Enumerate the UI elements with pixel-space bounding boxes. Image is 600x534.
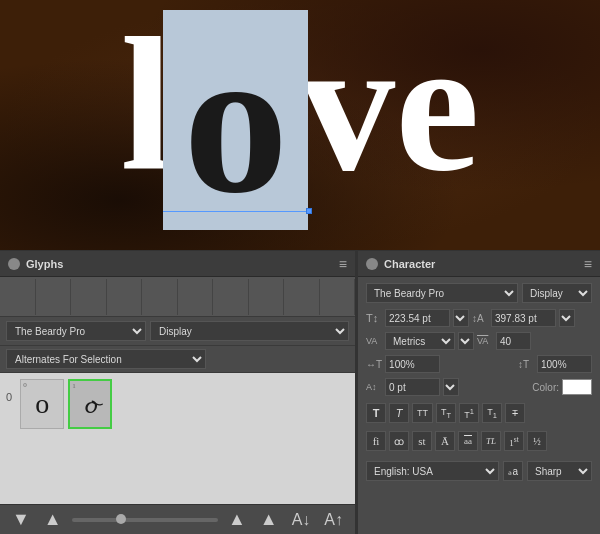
glyph-grid xyxy=(0,277,355,317)
character-panel: Character ≡ The Beardy Pro Display T↕ ▼ … xyxy=(357,250,600,534)
glyph-item-o-alternate[interactable]: 1 𝓸 xyxy=(68,379,112,429)
char-font-row: The Beardy Pro Display xyxy=(366,283,592,303)
canvas-area: l o ve xyxy=(0,0,600,250)
glyph-item-o-regular[interactable]: 0 o xyxy=(20,379,64,429)
tracking-icon: VA xyxy=(366,336,382,346)
liga-fi-button[interactable]: fi xyxy=(366,431,386,451)
glyphs-show-select[interactable]: Alternates For Selection xyxy=(6,349,206,369)
aa-button[interactable]: ₐa xyxy=(503,461,523,481)
character-close-button[interactable] xyxy=(366,258,378,270)
char-size-row: T↕ ▼ ↕A ▼ xyxy=(366,309,592,327)
glyphs-titlebar: Glyphs ≡ xyxy=(0,251,355,277)
selection-line xyxy=(163,211,312,212)
letter-o: o xyxy=(183,15,288,225)
glyphs-style-select[interactable]: Display xyxy=(150,321,349,341)
char-tracking-row: VA Metrics ▼ VA xyxy=(366,332,592,350)
glyphs-panel-title: Glyphs xyxy=(26,258,63,270)
hscale-icon: ↔T xyxy=(366,359,382,370)
glyph-zoom-out-button[interactable]: ▼ xyxy=(8,509,34,530)
char-scale-row: ↔T ↕T xyxy=(366,355,592,373)
type-superscript-button[interactable]: T1 xyxy=(459,403,479,423)
liga-frac-button[interactable]: ½ xyxy=(527,431,547,451)
character-panel-title: Character xyxy=(384,258,435,270)
liga-aa-button[interactable]: aa xyxy=(458,431,478,451)
char-style-select[interactable]: Display xyxy=(522,283,592,303)
baseline-input[interactable] xyxy=(385,378,440,396)
type-allcaps-button[interactable]: TT xyxy=(412,403,433,423)
color-swatch[interactable] xyxy=(562,379,592,395)
leading-dropdown[interactable]: ▼ xyxy=(559,309,575,327)
glyph-cell[interactable] xyxy=(284,279,320,315)
liga-tl-button[interactable]: TL xyxy=(481,431,501,451)
type-style-row: T T TT TT T1 T1 T xyxy=(366,403,592,423)
glyph-cell[interactable] xyxy=(36,279,72,315)
baseline-icon: A↕ xyxy=(366,382,382,392)
glyph-size-xl-button[interactable]: ▲ xyxy=(256,509,282,530)
glyph-zoom-in-button[interactable]: ▲ xyxy=(40,509,66,530)
hscale-input[interactable] xyxy=(385,355,440,373)
glyphs-font-row: The Beardy Pro Display xyxy=(0,317,355,346)
leading-input[interactable] xyxy=(491,309,556,327)
kerning-icon: VA xyxy=(477,336,493,346)
letter-o-container: o xyxy=(163,10,308,230)
color-label: Color: xyxy=(532,382,559,393)
glyph-cell[interactable] xyxy=(178,279,214,315)
leading-icon: ↕A xyxy=(472,313,488,324)
char-font-select[interactable]: The Beardy Pro xyxy=(366,283,518,303)
selection-handle xyxy=(306,208,312,214)
letter-ve: ve xyxy=(300,10,479,200)
glyphs-close-button[interactable] xyxy=(8,258,20,270)
type-subscript-button[interactable]: T1 xyxy=(482,403,502,423)
liga-macron-button[interactable]: Ā xyxy=(435,431,455,451)
type-italic-button[interactable]: T xyxy=(389,403,409,423)
baseline-dropdown[interactable]: ▼ xyxy=(443,378,459,396)
glyphs-toolbar: ▼ ▲ ▲ ▲ A↓ A↑ xyxy=(0,504,355,534)
type-strikethrough-button[interactable]: T xyxy=(505,403,525,423)
liga-ordinal-button[interactable]: 1st xyxy=(504,431,524,451)
ligature-row: fi ꝏ st Ā aa TL 1st ½ xyxy=(366,431,592,451)
glyphs-show-row: Alternates For Selection xyxy=(0,346,355,373)
glyph-cell[interactable] xyxy=(320,279,356,315)
glyph-cell[interactable] xyxy=(71,279,107,315)
glyph-index-selected: 1 xyxy=(72,382,76,390)
aa-icon: ₐa xyxy=(508,466,518,477)
glyphs-menu-button[interactable]: ≡ xyxy=(339,256,347,272)
font-size-icon: T↕ xyxy=(366,312,382,324)
panels-area: Glyphs ≡ The Beardy Pro Display xyxy=(0,250,600,534)
vscale-input[interactable] xyxy=(537,355,592,373)
glyph-index: 0 xyxy=(23,381,27,389)
type-smallcaps-button[interactable]: TT xyxy=(436,403,456,423)
tracking-select[interactable]: Metrics xyxy=(385,332,455,350)
love-text: l o ve xyxy=(0,10,600,230)
font-size-decrease-button[interactable]: A↓ xyxy=(288,511,315,529)
liga-loop-button[interactable]: ꝏ xyxy=(389,431,409,451)
size-slider[interactable] xyxy=(72,518,218,522)
glyph-size-large-button[interactable]: ▲ xyxy=(224,509,250,530)
character-titlebar: Character ≡ xyxy=(358,251,600,277)
character-titlebar-left: Character xyxy=(366,258,435,270)
glyph-cell[interactable] xyxy=(0,279,36,315)
char-baseline-row: A↕ ▼ Color: xyxy=(366,378,592,396)
glyphs-titlebar-left: Glyphs xyxy=(8,258,63,270)
tracking-dropdown[interactable]: ▼ xyxy=(458,332,474,350)
glyphs-panel: Glyphs ≡ The Beardy Pro Display xyxy=(0,250,355,534)
glyphs-display: 0 0 o 1 𝓸 xyxy=(0,373,355,504)
font-size-increase-button[interactable]: A↑ xyxy=(320,511,347,529)
glyph-cell[interactable] xyxy=(249,279,285,315)
glyph-cell[interactable] xyxy=(142,279,178,315)
character-menu-button[interactable]: ≡ xyxy=(584,256,592,272)
vscale-icon: ↕T xyxy=(518,359,534,370)
font-size-dropdown[interactable]: ▼ xyxy=(453,309,469,327)
type-bold-button[interactable]: T xyxy=(366,403,386,423)
language-select[interactable]: English: USA xyxy=(366,461,499,481)
glyphs-font-select[interactable]: The Beardy Pro xyxy=(6,321,146,341)
glyph-cell[interactable] xyxy=(107,279,143,315)
liga-st-button[interactable]: st xyxy=(412,431,432,451)
glyph-row-label: 0 xyxy=(6,379,16,403)
kerning-input[interactable] xyxy=(496,332,531,350)
character-content: The Beardy Pro Display T↕ ▼ ↕A ▼ VA Metr… xyxy=(358,277,600,487)
glyph-cell[interactable] xyxy=(213,279,249,315)
language-row: English: USA ₐa Sharp xyxy=(366,461,592,481)
antialiasing-select[interactable]: Sharp xyxy=(527,461,592,481)
font-size-input[interactable] xyxy=(385,309,450,327)
